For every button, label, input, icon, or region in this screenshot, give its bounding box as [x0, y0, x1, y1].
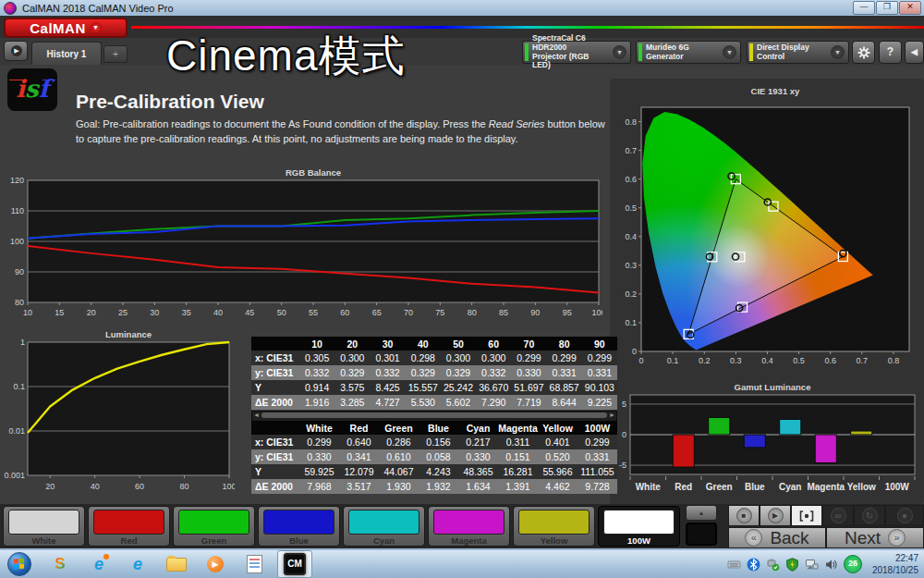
- table-cell: 16.281: [498, 464, 538, 479]
- taskbar-app-calman-active[interactable]: CM: [277, 550, 312, 578]
- back-button[interactable]: « Back: [728, 527, 826, 548]
- bluetooth-icon[interactable]: [747, 557, 761, 572]
- patch-button-blue[interactable]: Blue: [258, 506, 340, 547]
- svg-text:120: 120: [10, 176, 24, 185]
- start-button[interactable]: [7, 552, 31, 576]
- window-title: CalMAN 2018 CalMAN Video Pro: [22, 3, 174, 14]
- collapse-panel-button[interactable]: ◀: [905, 41, 924, 64]
- display-dropdown[interactable]: Direct Display Control ▼: [747, 41, 849, 64]
- security-shield-icon[interactable]: [785, 557, 800, 572]
- table-cell: 9.225: [582, 395, 617, 410]
- column-header: 80: [547, 337, 582, 350]
- taskbar-app-document[interactable]: [240, 552, 268, 576]
- source-dropdown[interactable]: Murideo 6G Generator ▼: [636, 41, 741, 64]
- back-chevron-icon: «: [745, 529, 762, 547]
- settings-button[interactable]: [852, 41, 875, 64]
- taskbar-app-sogou[interactable]: S: [46, 552, 74, 576]
- loop-button[interactable]: ↻: [854, 505, 885, 526]
- record-button[interactable]: ●: [885, 505, 924, 526]
- patch-button-cyan[interactable]: Cyan: [343, 506, 425, 547]
- svg-text:10: 10: [23, 308, 32, 317]
- source-status-bar: [638, 43, 642, 61]
- maximize-button[interactable]: ❐: [876, 1, 898, 15]
- row-label: ΔE 2000: [251, 395, 299, 410]
- add-tab-button[interactable]: +: [103, 45, 128, 63]
- keyboard-icon[interactable]: [727, 557, 742, 572]
- scroll-left-icon[interactable]: ◄: [252, 412, 261, 419]
- column-header: Green: [379, 421, 419, 435]
- taskbar-app-360-browser[interactable]: e: [85, 552, 113, 576]
- app-icon: [4, 2, 17, 15]
- continuous-read-button[interactable]: ∞: [822, 505, 854, 526]
- table-cell: 3.285: [334, 395, 370, 410]
- svg-text:30: 30: [150, 308, 159, 317]
- infinity-icon: ∞: [831, 508, 846, 523]
- table-cell: 1.916: [299, 395, 334, 410]
- meter-dropdown[interactable]: SpectraCal C6 HDR2000Projector (RGB LED)…: [522, 41, 631, 64]
- svg-text:0.1: 0.1: [13, 382, 25, 391]
- table-row: Y0.9143.5758.42515.55725.24236.67051.697…: [251, 380, 617, 395]
- read-series-button[interactable]: [791, 505, 822, 526]
- source-line1: Murideo 6G Generator: [646, 43, 719, 62]
- chevron-down-icon: ▼: [91, 22, 102, 33]
- table-cell: 55.966: [538, 464, 578, 479]
- play-button[interactable]: ▶: [760, 505, 791, 526]
- volume-icon[interactable]: [824, 557, 839, 572]
- taskbar-app-media-player[interactable]: ▶: [201, 552, 229, 576]
- stop-button[interactable]: ■: [728, 505, 760, 526]
- svg-text:25: 25: [118, 308, 128, 317]
- notification-badge[interactable]: 26: [844, 555, 862, 573]
- window-patch-preview: [686, 523, 717, 546]
- taskbar-app-explorer[interactable]: [163, 552, 190, 576]
- table-cell: 0.156: [419, 435, 458, 449]
- svg-text:80: 80: [468, 308, 477, 317]
- svg-text:0.4: 0.4: [761, 356, 773, 365]
- patch-label: Magenta: [429, 535, 509, 546]
- scroll-right-icon[interactable]: ►: [608, 412, 616, 419]
- workflow-flyout-button[interactable]: ▶: [4, 41, 28, 61]
- table-cell: 9.728: [578, 479, 617, 494]
- window-level-control: ▲: [684, 504, 721, 547]
- column-header: 90: [582, 337, 617, 350]
- table-cell: 0.329: [406, 365, 441, 380]
- help-button[interactable]: ?: [879, 41, 902, 64]
- svg-text:55: 55: [309, 308, 318, 317]
- usb-eject-icon[interactable]: [766, 557, 781, 572]
- patch-swatch: [433, 510, 505, 535]
- svg-text:Green: Green: [706, 482, 733, 492]
- patch-button-magenta[interactable]: Magenta: [428, 506, 510, 547]
- svg-text:CIE 1931 xy: CIE 1931 xy: [751, 86, 801, 96]
- table-cell: 0.520: [538, 449, 578, 464]
- taskbar-app-internet-explorer[interactable]: e: [124, 552, 152, 576]
- gamut-luminance-chart: Gamut Luminance50-5WhiteRedGreenBlueCyan…: [615, 382, 920, 507]
- patch-button-yellow[interactable]: Yellow: [513, 506, 595, 547]
- tab-history-1[interactable]: History 1: [31, 42, 102, 65]
- scrollbar-thumb[interactable]: [261, 412, 607, 418]
- network-icon[interactable]: [805, 557, 820, 572]
- calman-menu-button[interactable]: CalMAN ▼: [4, 18, 128, 38]
- patch-button-100w[interactable]: 100W: [598, 506, 680, 547]
- svg-text:40: 40: [213, 308, 223, 317]
- table-cell: 0.914: [299, 380, 334, 395]
- patch-button-red[interactable]: Red: [88, 506, 170, 547]
- folder-icon: [166, 558, 187, 572]
- svg-text:35: 35: [182, 308, 191, 317]
- record-icon: ●: [897, 508, 913, 523]
- svg-text:65: 65: [372, 308, 382, 317]
- goal-read-series: Read Series: [489, 118, 545, 129]
- svg-text:Blue: Blue: [745, 482, 765, 492]
- column-header: Magenta: [498, 421, 538, 435]
- svg-text:0.6: 0.6: [824, 356, 836, 365]
- patch-button-green[interactable]: Green: [173, 506, 255, 547]
- patch-button-white[interactable]: White: [3, 506, 85, 547]
- next-button[interactable]: Next »: [826, 527, 924, 548]
- table-cell: 0.299: [511, 350, 546, 365]
- gamut-table: WhiteRedGreenBlueCyanMagentaYellow100Wx:…: [251, 421, 617, 494]
- minimize-button[interactable]: —: [853, 1, 875, 15]
- svg-text:0.1: 0.1: [667, 356, 679, 365]
- close-button[interactable]: ✕: [899, 1, 921, 15]
- patch-swatch: [93, 510, 164, 535]
- table-cell: 0.305: [299, 350, 334, 365]
- level-up-button[interactable]: ▲: [686, 505, 717, 521]
- taskbar-clock[interactable]: 22:47 2018/10/25: [872, 552, 918, 576]
